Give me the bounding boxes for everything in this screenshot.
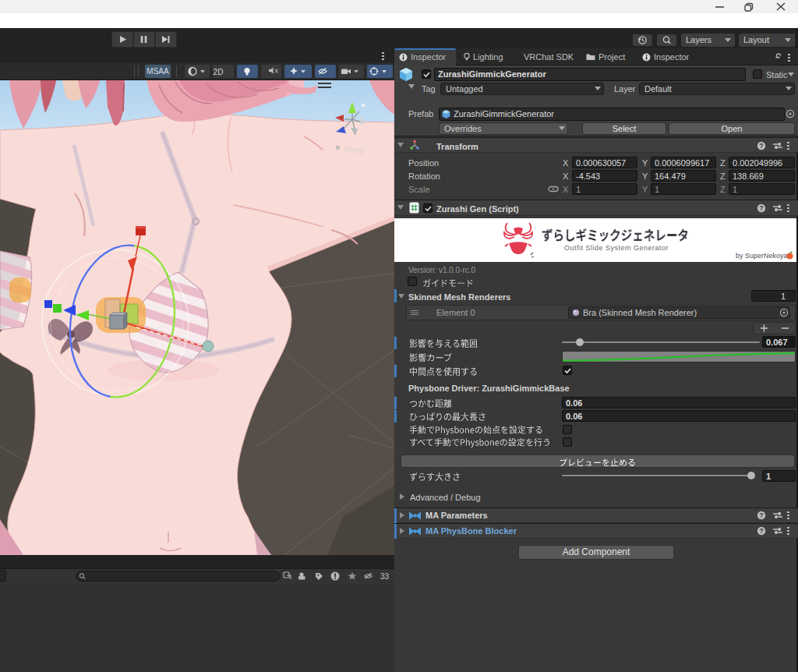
svg-text:?: ? bbox=[759, 204, 763, 212]
svg-text:?: ? bbox=[759, 511, 763, 519]
svg-text:2D: 2D bbox=[214, 68, 224, 76]
svg-text:?: ? bbox=[759, 142, 763, 150]
svg-text:?: ? bbox=[759, 527, 763, 535]
svg-text:33: 33 bbox=[380, 572, 390, 581]
svg-text:Persp: Persp bbox=[344, 146, 365, 154]
